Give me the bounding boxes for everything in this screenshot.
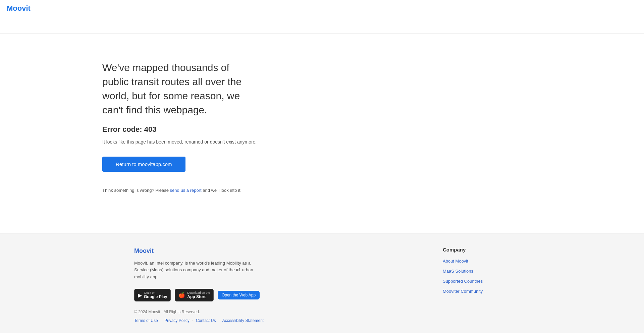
error-code: Error code: 403 (102, 125, 644, 134)
site-header: Moovit (0, 0, 644, 17)
privacy-policy-link[interactable]: Privacy Policy (164, 318, 190, 323)
footer-logo-text: Moovit (134, 247, 154, 254)
app-store-bottom: App Store (187, 294, 210, 299)
header-logo[interactable]: Moovit (7, 4, 31, 12)
google-play-top: Get it on (144, 291, 167, 294)
logo-text: Moovit (7, 4, 31, 12)
list-item: Supported Countries (443, 278, 510, 284)
mooviter-community-link[interactable]: Mooviter Community (443, 289, 483, 294)
footer-left: Moovit Moovit, an Intel company, is the … (134, 247, 265, 323)
terms-of-use-link[interactable]: Terms of Use (134, 318, 158, 323)
main-content: We've mapped thousands of public transit… (0, 34, 644, 233)
app-store-text: Download on the App Store (187, 291, 210, 299)
error-description: It looks like this page has been moved, … (102, 139, 644, 145)
company-title: Company (443, 247, 510, 253)
web-app-label: Open the Web App (222, 293, 256, 297)
footer-bottom-links: Terms of Use · Privacy Policy · Contact … (134, 318, 265, 323)
footer-description: Moovit, an Intel company, is the world's… (134, 260, 265, 281)
copyright: © 2024 Moovit - All Rights Reserved. (134, 310, 265, 314)
report-link[interactable]: send us a report (170, 188, 202, 193)
list-item: Mooviter Community (443, 288, 510, 294)
list-item: MaaS Solutions (443, 268, 510, 274)
company-links: About Moovit MaaS Solutions Supported Co… (443, 258, 510, 294)
maas-solutions-link[interactable]: MaaS Solutions (443, 269, 473, 274)
app-store-top: Download on the (187, 291, 210, 294)
google-play-link[interactable]: ▶ Get it on Google Play (134, 289, 171, 301)
dot-3: · (218, 318, 219, 323)
contact-us-link[interactable]: Contact Us (196, 318, 216, 323)
app-store-link[interactable]: 🍎 Download on the App Store (175, 289, 214, 301)
report-text: Think something is wrong? Please send us… (102, 188, 644, 193)
return-button[interactable]: Return to moovitapp.com (102, 157, 185, 172)
google-play-bottom: Google Play (144, 294, 167, 299)
about-moovit-link[interactable]: About Moovit (443, 259, 468, 264)
google-play-icon: ▶ (138, 292, 142, 298)
footer-right: Company About Moovit MaaS Solutions Supp… (443, 247, 510, 323)
error-heading: We've mapped thousands of public transit… (102, 61, 257, 117)
google-play-text: Get it on Google Play (144, 291, 167, 299)
app-store-icon: 🍎 (178, 292, 185, 298)
nav-bar (0, 17, 644, 34)
accessibility-link[interactable]: Accessibility Statement (222, 318, 264, 323)
footer-logo[interactable]: Moovit (134, 247, 154, 255)
dot-2: · (192, 318, 193, 323)
report-prefix: Think something is wrong? Please (102, 188, 170, 193)
app-links: ▶ Get it on Google Play 🍎 Download on th… (134, 289, 265, 301)
web-app-link[interactable]: Open the Web App (218, 291, 260, 299)
dot-1: · (161, 318, 162, 323)
report-suffix: and we'll look into it. (202, 188, 242, 193)
site-footer: Moovit Moovit, an Intel company, is the … (0, 233, 644, 333)
list-item: About Moovit (443, 258, 510, 264)
supported-countries-link[interactable]: Supported Countries (443, 279, 483, 284)
